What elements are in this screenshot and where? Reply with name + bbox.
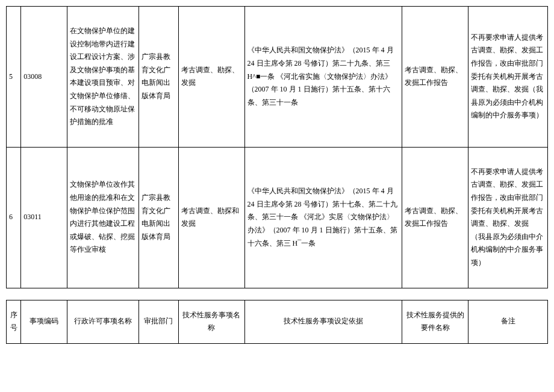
header-basis: 技术性服务事项设定依据 (244, 300, 402, 343)
cell-basis: 《中华人民共和国文物保护法》（2015 年 4 月 24 日主席令第 28 号修… (244, 7, 402, 148)
header-remark: 备注 (468, 300, 548, 343)
table-row: 6 03011 文物保护单位改作其他用途的批准和在文物保护单位保护范围内进行其他… (7, 147, 548, 288)
table-row: 5 03008 在文物保护单位的建设控制地带内进行建设工程设计方案、涉及文物保护… (7, 7, 548, 148)
cell-permit-name: 文物保护单位改作其他用途的批准和在文物保护单位保护范围内进行其他建设工程或爆破、… (67, 147, 139, 288)
header-code: 事项编码 (21, 300, 67, 343)
cell-permit-name: 在文物保护单位的建设控制地带内进行建设工程设计方案、涉及文物保护事项的基本建设项… (67, 7, 139, 148)
header-dept: 审批部门 (138, 300, 178, 343)
spacer-row (7, 288, 548, 300)
cell-dept: 广宗县教育文化广电新闻出版体育局 (138, 7, 178, 148)
cell-code: 03008 (21, 7, 67, 148)
cell-basis: 《中华人民共和国文物保护法》（2015 年 4 月 24 日主席令第 28 号修… (244, 147, 402, 288)
cell-seq: 5 (7, 7, 21, 148)
table-header-row: 序号 事项编码 行政许可事项名称 审批部门 技术性服务事项名称 技术性服务事项设… (7, 300, 548, 343)
cell-doc: 考古调查、勘探、发掘工作报告 (402, 147, 468, 288)
cell-doc: 考古调查、勘探、发掘工作报告 (402, 7, 468, 148)
header-svc-name: 技术性服务事项名称 (178, 300, 244, 343)
cell-remark: 不再要求申请人提供考古调查、勘探、发掘工作报告，改由审批部门委托有关机构开展考古… (468, 7, 548, 148)
data-table: 5 03008 在文物保护单位的建设控制地带内进行建设工程设计方案、涉及文物保护… (6, 6, 548, 344)
cell-code: 03011 (21, 147, 67, 288)
cell-svc-name: 考古调查、勘探和发掘 (178, 147, 244, 288)
header-doc: 技术性服务提供的要件名称 (402, 300, 468, 343)
cell-dept: 广宗县教育文化广电新闻出版体育局 (138, 147, 178, 288)
cell-svc-name: 考古调查、勘探、发掘 (178, 7, 244, 148)
cell-remark: 不再要求申请人提供考古调查、勘探、发掘工作报告，改由审批部门委托有关机构开展考古… (468, 147, 548, 288)
header-seq: 序号 (7, 300, 21, 343)
cell-seq: 6 (7, 147, 21, 288)
header-permit-name: 行政许可事项名称 (67, 300, 139, 343)
